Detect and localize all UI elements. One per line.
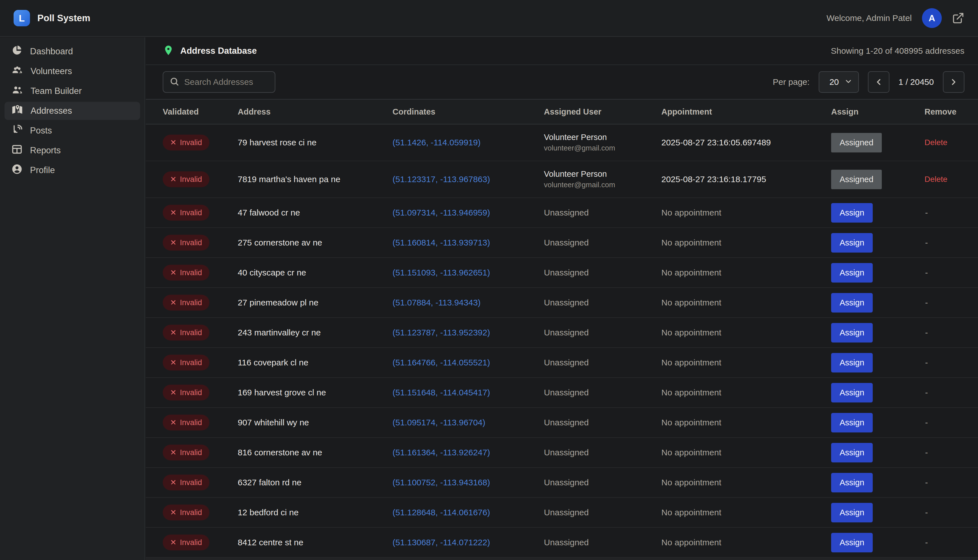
per-page-select[interactable]: 20 — [819, 71, 859, 93]
no-remove-dash: - — [925, 238, 928, 247]
assign-cell: Assign — [831, 413, 925, 432]
logout-external-link-icon[interactable] — [952, 12, 965, 24]
no-remove-dash: - — [925, 448, 928, 457]
validated-cell: ✕ Invalid — [163, 475, 238, 490]
unassigned-label: Unassigned — [544, 538, 589, 547]
coordinates-link[interactable]: (51.160814, -113.939713) — [392, 238, 490, 247]
coordinates-link[interactable]: (51.130687, -114.071222) — [392, 538, 490, 547]
brand: L Poll System — [13, 10, 90, 26]
per-page-value: 20 — [829, 77, 839, 87]
sidebar-item-team-builder[interactable]: Team Builder — [5, 82, 140, 100]
column-header-cordinates: Cordinates — [392, 107, 544, 117]
coordinates-link[interactable]: (51.100752, -113.943168) — [392, 478, 490, 487]
sidebar-item-posts[interactable]: Posts — [5, 122, 140, 140]
table-row: ✕ Invalid 116 covepark cl ne (51.164766,… — [146, 348, 978, 378]
coordinates-link[interactable]: (51.123787, -113.952392) — [392, 328, 490, 337]
assigned-user-cell: Unassigned — [544, 238, 661, 247]
x-icon: ✕ — [170, 138, 177, 147]
assigned-user-cell: Unassigned — [544, 388, 661, 397]
assign-button[interactable]: Assign — [831, 413, 873, 432]
appointment-cell: No appointment — [661, 298, 831, 307]
validated-cell: ✕ Invalid — [163, 172, 238, 187]
assign-button[interactable]: Assign — [831, 353, 873, 372]
coordinates-link[interactable]: (51.095174, -113.96704) — [392, 418, 485, 427]
invalid-badge: ✕ Invalid — [163, 135, 209, 150]
address-cell: 8412 centre st ne — [238, 538, 392, 547]
validated-cell: ✕ Invalid — [163, 135, 238, 150]
coordinates-link[interactable]: (51.151093, -113.962651) — [392, 268, 490, 277]
unassigned-label: Unassigned — [544, 448, 589, 457]
assign-cell: Assign — [831, 443, 925, 462]
address-table: Validated Address Cordinates Assigned Us… — [146, 99, 978, 560]
sidebar-item-addresses[interactable]: Addresses — [5, 102, 140, 120]
assign-button[interactable]: Assign — [831, 203, 873, 223]
showing-count: Showing 1-20 of 408995 addresses — [831, 46, 965, 56]
assign-cell: Assign — [831, 473, 925, 492]
per-page-label: Per page: — [773, 77, 809, 87]
assign-button[interactable]: Assign — [831, 233, 873, 253]
x-icon: ✕ — [170, 268, 177, 277]
sidebar-item-label: Profile — [30, 165, 55, 175]
coordinates-link[interactable]: (51.07884, -113.94343) — [392, 298, 481, 307]
assigned-user-cell: Unassigned — [544, 478, 661, 487]
prev-page-button[interactable] — [868, 71, 890, 93]
next-page-button[interactable] — [943, 71, 965, 93]
pie-chart-icon — [11, 45, 23, 58]
appointment-cell: No appointment — [661, 358, 831, 367]
coordinates-cell: (51.1426, -114.059919) — [392, 138, 544, 147]
remove-cell: - — [925, 208, 978, 217]
assign-button[interactable]: Assign — [831, 383, 873, 402]
page-indicator: 1 / 20450 — [898, 77, 934, 87]
sidebar-item-volunteers[interactable]: Volunteers — [5, 62, 140, 80]
validated-label: Invalid — [180, 358, 202, 367]
assign-button[interactable]: Assigned — [831, 170, 882, 189]
assign-button[interactable]: Assign — [831, 263, 873, 283]
invalid-badge: ✕ Invalid — [163, 205, 209, 221]
assign-button[interactable]: Assign — [831, 503, 873, 522]
assign-button[interactable]: Assign — [831, 533, 873, 552]
assign-cell: Assign — [831, 323, 925, 343]
no-remove-dash: - — [925, 478, 928, 487]
coordinates-link[interactable]: (51.151648, -114.045417) — [392, 388, 490, 397]
column-header-assign: Assign — [831, 107, 925, 117]
sidebar-item-profile[interactable]: Profile — [5, 161, 140, 179]
assigned-user-cell: Volunteer Person volunteer@gmail.com — [544, 133, 661, 152]
unassigned-label: Unassigned — [544, 208, 589, 217]
x-icon: ✕ — [170, 448, 177, 457]
sidebar-item-reports[interactable]: Reports — [5, 142, 140, 160]
no-remove-dash: - — [925, 328, 928, 337]
coordinates-link[interactable]: (51.123317, -113.967863) — [392, 175, 490, 184]
validated-label: Invalid — [180, 238, 202, 247]
address-cell: 47 falwood cr ne — [238, 208, 392, 217]
address-cell: 116 covepark cl ne — [238, 358, 392, 367]
column-header-assigned-user: Assigned User — [544, 107, 661, 117]
x-icon: ✕ — [170, 238, 177, 247]
appointment-cell: 2025-08-27 23:16:05.697489 — [661, 138, 831, 147]
coordinates-link[interactable]: (51.164766, -114.055521) — [392, 358, 490, 367]
assign-button[interactable]: Assign — [831, 473, 873, 492]
invalid-badge: ✕ Invalid — [163, 445, 209, 460]
coordinates-link[interactable]: (51.097314, -113.946959) — [392, 208, 490, 217]
sidebar-item-dashboard[interactable]: Dashboard — [5, 42, 140, 60]
assign-button[interactable]: Assigned — [831, 133, 882, 152]
delete-button[interactable]: Delete — [925, 175, 948, 184]
search-input[interactable] — [184, 77, 269, 87]
assign-button[interactable]: Assign — [831, 323, 873, 343]
avatar[interactable]: A — [922, 8, 942, 28]
user-name: Volunteer Person — [544, 169, 661, 179]
no-remove-dash: - — [925, 388, 928, 397]
person-circle-icon — [11, 163, 23, 177]
coordinates-link[interactable]: (51.128648, -114.061676) — [392, 508, 490, 517]
validated-cell: ✕ Invalid — [163, 535, 238, 550]
coordinates-link[interactable]: (51.161364, -113.926247) — [392, 448, 490, 457]
appointment-cell: No appointment — [661, 418, 831, 427]
delete-button[interactable]: Delete — [925, 138, 948, 147]
x-icon: ✕ — [170, 388, 177, 397]
assign-button[interactable]: Assign — [831, 293, 873, 313]
map-pin-map-icon — [11, 104, 23, 118]
table-row: ✕ Invalid 816 cornerstone av ne (51.1613… — [146, 438, 978, 468]
remove-cell: - — [925, 238, 978, 247]
assign-button[interactable]: Assign — [831, 443, 873, 462]
coordinates-link[interactable]: (51.1426, -114.059919) — [392, 138, 481, 147]
validated-label: Invalid — [180, 208, 202, 217]
